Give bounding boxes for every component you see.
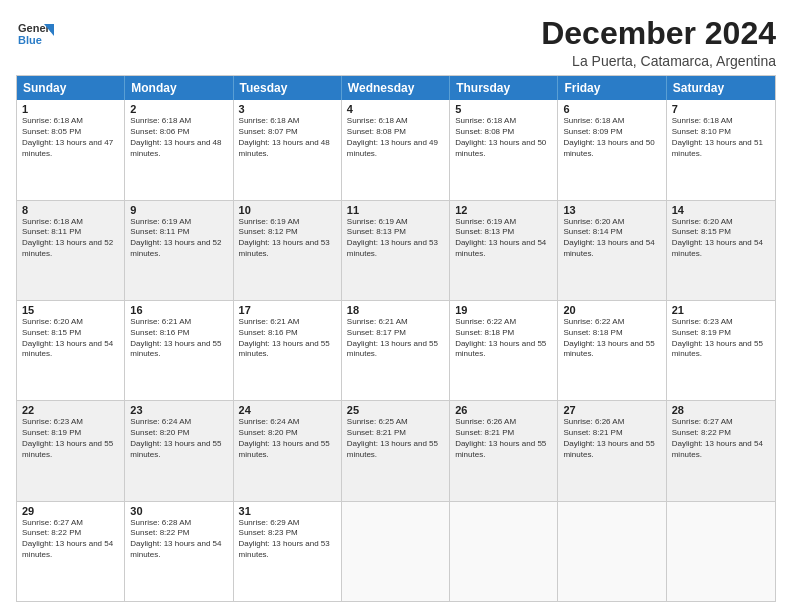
cell-sat-w3: 21 Sunrise: 6:23 AMSunset: 8:19 PMDaylig… — [667, 301, 775, 400]
cell-info: Sunrise: 6:21 AMSunset: 8:16 PMDaylight:… — [130, 317, 227, 360]
day-number: 30 — [130, 505, 227, 517]
day-number: 16 — [130, 304, 227, 316]
cell-info: Sunrise: 6:25 AMSunset: 8:21 PMDaylight:… — [347, 417, 444, 460]
calendar-body: 1 Sunrise: 6:18 AMSunset: 8:05 PMDayligh… — [17, 100, 775, 601]
day-number: 27 — [563, 404, 660, 416]
day-number: 23 — [130, 404, 227, 416]
cell-tue-w5: 31 Sunrise: 6:29 AMSunset: 8:23 PMDaylig… — [234, 502, 342, 601]
day-number: 8 — [22, 204, 119, 216]
day-number: 17 — [239, 304, 336, 316]
day-number: 26 — [455, 404, 552, 416]
cell-info: Sunrise: 6:26 AMSunset: 8:21 PMDaylight:… — [563, 417, 660, 460]
cell-wed-w1: 4 Sunrise: 6:18 AMSunset: 8:08 PMDayligh… — [342, 100, 450, 199]
day-number: 1 — [22, 103, 119, 115]
cell-info: Sunrise: 6:18 AMSunset: 8:06 PMDaylight:… — [130, 116, 227, 159]
day-number: 31 — [239, 505, 336, 517]
cell-info: Sunrise: 6:20 AMSunset: 8:15 PMDaylight:… — [672, 217, 770, 260]
cell-sat-w4: 28 Sunrise: 6:27 AMSunset: 8:22 PMDaylig… — [667, 401, 775, 500]
cell-info: Sunrise: 6:19 AMSunset: 8:12 PMDaylight:… — [239, 217, 336, 260]
header-saturday: Saturday — [667, 76, 775, 100]
cell-tue-w1: 3 Sunrise: 6:18 AMSunset: 8:07 PMDayligh… — [234, 100, 342, 199]
cell-info: Sunrise: 6:27 AMSunset: 8:22 PMDaylight:… — [22, 518, 119, 561]
cell-wed-w2: 11 Sunrise: 6:19 AMSunset: 8:13 PMDaylig… — [342, 201, 450, 300]
week-row-1: 1 Sunrise: 6:18 AMSunset: 8:05 PMDayligh… — [17, 100, 775, 199]
week-row-3: 15 Sunrise: 6:20 AMSunset: 8:15 PMDaylig… — [17, 300, 775, 400]
cell-info: Sunrise: 6:28 AMSunset: 8:22 PMDaylight:… — [130, 518, 227, 561]
cell-info: Sunrise: 6:29 AMSunset: 8:23 PMDaylight:… — [239, 518, 336, 561]
svg-text:Blue: Blue — [18, 34, 42, 46]
day-number: 20 — [563, 304, 660, 316]
cell-info: Sunrise: 6:18 AMSunset: 8:07 PMDaylight:… — [239, 116, 336, 159]
month-title: December 2024 — [541, 16, 776, 51]
calendar: Sunday Monday Tuesday Wednesday Thursday… — [16, 75, 776, 602]
cell-tue-w3: 17 Sunrise: 6:21 AMSunset: 8:16 PMDaylig… — [234, 301, 342, 400]
day-number: 25 — [347, 404, 444, 416]
cell-sun-w1: 1 Sunrise: 6:18 AMSunset: 8:05 PMDayligh… — [17, 100, 125, 199]
cell-sun-w3: 15 Sunrise: 6:20 AMSunset: 8:15 PMDaylig… — [17, 301, 125, 400]
cell-info: Sunrise: 6:24 AMSunset: 8:20 PMDaylight:… — [239, 417, 336, 460]
cell-tue-w4: 24 Sunrise: 6:24 AMSunset: 8:20 PMDaylig… — [234, 401, 342, 500]
day-number: 12 — [455, 204, 552, 216]
cell-sat-w5 — [667, 502, 775, 601]
cell-fri-w1: 6 Sunrise: 6:18 AMSunset: 8:09 PMDayligh… — [558, 100, 666, 199]
cell-mon-w1: 2 Sunrise: 6:18 AMSunset: 8:06 PMDayligh… — [125, 100, 233, 199]
cell-thu-w1: 5 Sunrise: 6:18 AMSunset: 8:08 PMDayligh… — [450, 100, 558, 199]
cell-info: Sunrise: 6:19 AMSunset: 8:11 PMDaylight:… — [130, 217, 227, 260]
cell-sun-w2: 8 Sunrise: 6:18 AMSunset: 8:11 PMDayligh… — [17, 201, 125, 300]
cell-wed-w5 — [342, 502, 450, 601]
cell-mon-w5: 30 Sunrise: 6:28 AMSunset: 8:22 PMDaylig… — [125, 502, 233, 601]
week-row-4: 22 Sunrise: 6:23 AMSunset: 8:19 PMDaylig… — [17, 400, 775, 500]
day-number: 3 — [239, 103, 336, 115]
cell-fri-w5 — [558, 502, 666, 601]
cell-wed-w3: 18 Sunrise: 6:21 AMSunset: 8:17 PMDaylig… — [342, 301, 450, 400]
subtitle: La Puerta, Catamarca, Argentina — [541, 53, 776, 69]
day-number: 11 — [347, 204, 444, 216]
day-number: 18 — [347, 304, 444, 316]
cell-info: Sunrise: 6:18 AMSunset: 8:09 PMDaylight:… — [563, 116, 660, 159]
cell-thu-w3: 19 Sunrise: 6:22 AMSunset: 8:18 PMDaylig… — [450, 301, 558, 400]
title-block: December 2024 La Puerta, Catamarca, Arge… — [541, 16, 776, 69]
cell-info: Sunrise: 6:23 AMSunset: 8:19 PMDaylight:… — [22, 417, 119, 460]
cell-sat-w1: 7 Sunrise: 6:18 AMSunset: 8:10 PMDayligh… — [667, 100, 775, 199]
cell-info: Sunrise: 6:18 AMSunset: 8:08 PMDaylight:… — [455, 116, 552, 159]
cell-info: Sunrise: 6:21 AMSunset: 8:17 PMDaylight:… — [347, 317, 444, 360]
cell-info: Sunrise: 6:18 AMSunset: 8:10 PMDaylight:… — [672, 116, 770, 159]
day-number: 21 — [672, 304, 770, 316]
day-number: 22 — [22, 404, 119, 416]
cell-tue-w2: 10 Sunrise: 6:19 AMSunset: 8:12 PMDaylig… — [234, 201, 342, 300]
header-monday: Monday — [125, 76, 233, 100]
logo: General Blue — [16, 16, 54, 58]
day-number: 7 — [672, 103, 770, 115]
day-number: 24 — [239, 404, 336, 416]
cell-info: Sunrise: 6:26 AMSunset: 8:21 PMDaylight:… — [455, 417, 552, 460]
day-number: 10 — [239, 204, 336, 216]
cell-info: Sunrise: 6:20 AMSunset: 8:15 PMDaylight:… — [22, 317, 119, 360]
day-number: 13 — [563, 204, 660, 216]
header-thursday: Thursday — [450, 76, 558, 100]
day-number: 5 — [455, 103, 552, 115]
cell-info: Sunrise: 6:18 AMSunset: 8:08 PMDaylight:… — [347, 116, 444, 159]
cell-fri-w3: 20 Sunrise: 6:22 AMSunset: 8:18 PMDaylig… — [558, 301, 666, 400]
cell-info: Sunrise: 6:22 AMSunset: 8:18 PMDaylight:… — [563, 317, 660, 360]
header-sunday: Sunday — [17, 76, 125, 100]
header-tuesday: Tuesday — [234, 76, 342, 100]
cell-sun-w4: 22 Sunrise: 6:23 AMSunset: 8:19 PMDaylig… — [17, 401, 125, 500]
day-number: 9 — [130, 204, 227, 216]
week-row-5: 29 Sunrise: 6:27 AMSunset: 8:22 PMDaylig… — [17, 501, 775, 601]
cell-info: Sunrise: 6:22 AMSunset: 8:18 PMDaylight:… — [455, 317, 552, 360]
header-friday: Friday — [558, 76, 666, 100]
cell-info: Sunrise: 6:24 AMSunset: 8:20 PMDaylight:… — [130, 417, 227, 460]
cell-mon-w2: 9 Sunrise: 6:19 AMSunset: 8:11 PMDayligh… — [125, 201, 233, 300]
cell-mon-w4: 23 Sunrise: 6:24 AMSunset: 8:20 PMDaylig… — [125, 401, 233, 500]
day-number: 2 — [130, 103, 227, 115]
page: General Blue December 2024 La Puerta, Ca… — [0, 0, 792, 612]
cell-fri-w4: 27 Sunrise: 6:26 AMSunset: 8:21 PMDaylig… — [558, 401, 666, 500]
calendar-header: Sunday Monday Tuesday Wednesday Thursday… — [17, 76, 775, 100]
cell-fri-w2: 13 Sunrise: 6:20 AMSunset: 8:14 PMDaylig… — [558, 201, 666, 300]
cell-info: Sunrise: 6:20 AMSunset: 8:14 PMDaylight:… — [563, 217, 660, 260]
cell-thu-w5 — [450, 502, 558, 601]
cell-info: Sunrise: 6:23 AMSunset: 8:19 PMDaylight:… — [672, 317, 770, 360]
day-number: 14 — [672, 204, 770, 216]
day-number: 6 — [563, 103, 660, 115]
cell-thu-w4: 26 Sunrise: 6:26 AMSunset: 8:21 PMDaylig… — [450, 401, 558, 500]
